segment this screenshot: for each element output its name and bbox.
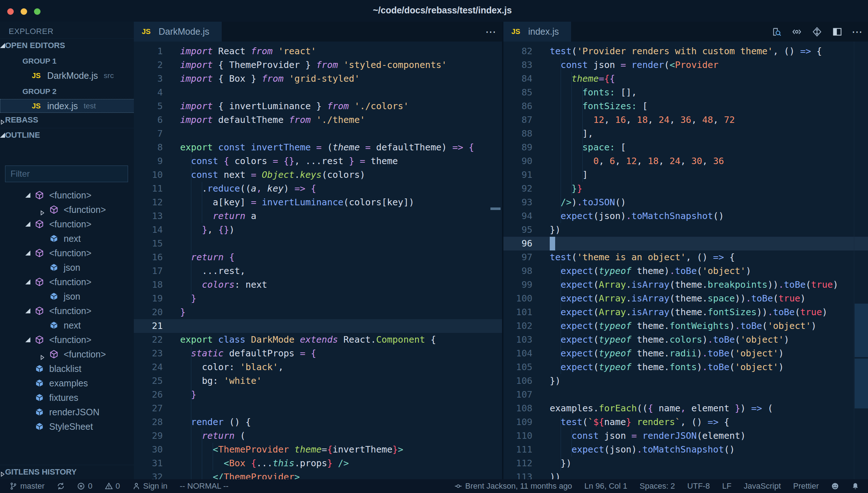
code-text: colors: next xyxy=(180,278,267,292)
status-right-5-javascript[interactable]: JavaScript xyxy=(744,481,781,491)
gitlens-blame-button[interactable] xyxy=(791,26,802,37)
section-open-editors[interactable]: OPEN EDITORS xyxy=(0,38,134,52)
line-number: 30 xyxy=(134,443,163,456)
status-left-0-master[interactable]: master xyxy=(9,481,44,491)
code-line-24: 24 color: 'black', xyxy=(134,360,502,374)
status-label: Prettier xyxy=(793,481,819,491)
function-cube-icon xyxy=(35,277,44,287)
zoom-window-button[interactable] xyxy=(34,8,41,15)
status-left-1[interactable] xyxy=(57,482,65,490)
outline-item-function[interactable]: <function> xyxy=(0,188,134,202)
code-line-110: 110 const json = renderJSON(element) xyxy=(503,429,868,443)
code-line-9: 9 const { colors = {}, ...rest } = theme xyxy=(134,154,502,168)
code-text: expect(typeof theme.fonts).toBe('object'… xyxy=(550,360,784,374)
scrollbar-slider[interactable] xyxy=(855,304,868,357)
code-line-14: 14 }, {}) xyxy=(134,223,502,237)
code-line-7: 7 xyxy=(134,127,502,141)
line-number: 11 xyxy=(134,182,163,196)
code-text: ] xyxy=(550,168,588,182)
open-editor-item-index.js[interactable]: JSindex.jstest xyxy=(0,99,134,113)
status-right-0-brent-jackson-11-months-ago[interactable]: Brent Jackson, 11 months ago xyxy=(454,481,572,491)
outline-item-function[interactable]: <function> xyxy=(0,202,134,217)
outline-item-label: json xyxy=(64,291,80,302)
outline-item-next[interactable]: next xyxy=(0,231,134,246)
code-line-83: 83 const json = render(<Provider xyxy=(503,58,868,72)
outline-item-function[interactable]: <function> xyxy=(0,304,134,318)
section-outline[interactable]: OUTLINE xyxy=(0,128,134,142)
outline-item-function[interactable]: <function> xyxy=(0,246,134,260)
tab-darkmode-js[interactable]: JS DarkMode.js xyxy=(134,22,222,42)
line-number: 32 xyxy=(134,470,163,479)
status-left-2-0[interactable]: 0 xyxy=(77,481,92,491)
editor-index-js[interactable]: 82test('Provider renders with custom the… xyxy=(503,42,868,479)
function-cube-icon xyxy=(35,248,44,258)
outline-item-examples[interactable]: examples xyxy=(0,376,134,390)
split-editor-button[interactable] xyxy=(832,26,843,37)
outline-item-function[interactable]: <function> xyxy=(0,275,134,289)
status-right-2-spaces-2[interactable]: Spaces: 2 xyxy=(640,481,675,491)
code-text: return ( xyxy=(180,429,246,443)
outline-item-json[interactable]: json xyxy=(0,289,134,304)
code-line-99: 99 expect(Array.isArray(theme.breakpoint… xyxy=(503,278,868,292)
editor-darkmode-js[interactable]: 1import React from 'react'2import { Them… xyxy=(134,42,502,479)
minimize-window-button[interactable] xyxy=(21,8,27,15)
code-text: ...rest, xyxy=(180,264,246,278)
status-label: Brent Jackson, 11 months ago xyxy=(465,481,572,491)
code-line-6: 6import defaultTheme from './theme' xyxy=(134,113,502,127)
outline-item-function[interactable]: <function> xyxy=(0,333,134,347)
overview-ruler-marker xyxy=(490,207,501,210)
code-text: test('Provider renders with custom theme… xyxy=(550,44,822,58)
outline-item-next[interactable]: next xyxy=(0,318,134,333)
editor-scrollbar[interactable] xyxy=(854,42,868,479)
status-left-3-0[interactable]: 0 xyxy=(105,481,120,491)
status-right-3-utf-8[interactable]: UTF-8 xyxy=(687,481,710,491)
variable-box-icon xyxy=(35,393,44,402)
status-left-5-normal[interactable]: -- NORMAL -- xyxy=(180,481,229,491)
status-right-7[interactable] xyxy=(831,482,839,490)
more-actions-button[interactable]: ⋯ xyxy=(852,26,863,37)
outline-item-label: <function> xyxy=(49,277,92,287)
status-right-1-ln-96-col-1[interactable]: Ln 96, Col 1 xyxy=(584,481,627,491)
tab-index-js[interactable]: JS index.js xyxy=(503,22,571,42)
outline-item-renderJSON[interactable]: renderJSON xyxy=(0,405,134,419)
code-text: export class DarkMode extends React.Comp… xyxy=(180,333,436,347)
code-line-105: 105 expect(typeof theme.fonts).toBe('obj… xyxy=(503,360,868,374)
status-right-8[interactable] xyxy=(851,482,859,490)
status-right-6-prettier[interactable]: Prettier xyxy=(793,481,819,491)
outline-item-json[interactable]: json xyxy=(0,260,134,275)
outline-filter-input[interactable] xyxy=(5,166,128,182)
titlebar: ~/code/docs/rebass/test/index.js xyxy=(0,0,868,22)
code-line-23: 23 static defaultProps = { xyxy=(134,347,502,360)
code-line-87: 87 12, 16, 18, 24, 36, 48, 72 xyxy=(503,113,868,127)
scrollbar-slider[interactable] xyxy=(855,359,868,408)
line-number: 5 xyxy=(134,99,163,113)
code-text: expect(json).toMatchSnapshot() xyxy=(550,209,724,223)
code-text: import defaultTheme from './theme' xyxy=(180,113,365,127)
status-left-4-sign-in[interactable]: Sign in xyxy=(132,481,167,491)
code-text: const json = render(<Provider xyxy=(550,58,719,72)
outline-item-function[interactable]: <function> xyxy=(0,347,134,361)
section-rebass[interactable]: REBASS xyxy=(0,113,134,127)
outline-item-function[interactable]: <function> xyxy=(0,217,134,231)
code-text: return { xyxy=(180,250,235,264)
code-search-button[interactable] xyxy=(771,26,782,37)
variable-box-icon xyxy=(35,378,44,388)
open-editor-item-darkmode.js[interactable]: JSDarkMode.jssrc xyxy=(0,69,134,82)
code-text: examples.forEach(({ name, element }) => … xyxy=(550,402,773,415)
code-line-85: 85 fonts: [], xyxy=(503,86,868,99)
status-label: Ln 96, Col 1 xyxy=(584,481,627,491)
close-window-button[interactable] xyxy=(7,8,14,15)
line-number: 2 xyxy=(134,58,163,72)
outline-item-label: <function> xyxy=(64,205,106,215)
variable-box-icon xyxy=(49,321,59,330)
git-compare-button[interactable] xyxy=(812,26,822,37)
code-text: export const invertTheme = (theme = defa… xyxy=(180,141,474,154)
outline-item-blacklist[interactable]: blacklist xyxy=(0,361,134,376)
section-label: REBASS xyxy=(5,115,38,125)
section-gitlens-history[interactable]: GITLENS HISTORY xyxy=(0,465,134,479)
outline-item-fixtures[interactable]: fixtures xyxy=(0,390,134,405)
outline-item-StyleSheet[interactable]: StyleSheet xyxy=(0,419,134,434)
status-right-4-lf[interactable]: LF xyxy=(722,481,732,491)
more-actions-icon[interactable]: ⋯ xyxy=(485,26,497,37)
line-number: 90 xyxy=(503,154,532,168)
